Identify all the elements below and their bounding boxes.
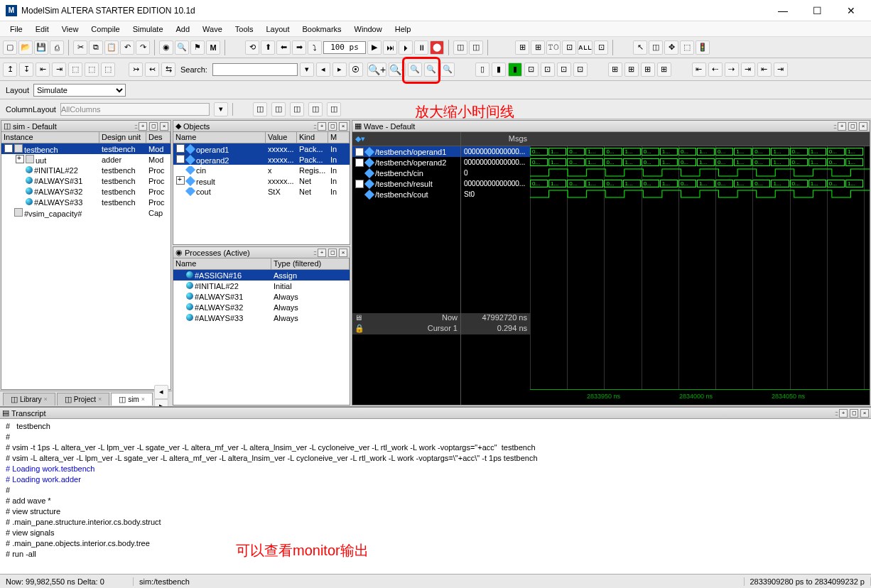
t2-q[interactable]: ⊡ [573, 62, 588, 77]
cl-b[interactable]: ◫ [271, 102, 286, 116]
wave-signal-name[interactable]: /testbench/cin [352, 168, 460, 178]
t2-c[interactable]: ⇤ [36, 62, 50, 77]
transcript-body[interactable]: # testbench## vsim -t 1ps -L altera_ver … [0, 419, 871, 574]
move-icon[interactable]: ✥ [664, 40, 678, 55]
t2-w[interactable]: ⇠ [708, 62, 723, 77]
wave-format-icon[interactable]: ◆▾ [355, 134, 365, 143]
panel-max-button[interactable]: ◻ [328, 122, 337, 131]
menu-edit[interactable]: Edit [30, 23, 55, 35]
print-button[interactable]: ⎙ [50, 40, 64, 55]
sim-row[interactable]: #ALWAYS#31testbenchProc [1, 175, 171, 186]
t2-z[interactable]: ⇤ [757, 62, 772, 77]
t2-s[interactable]: ⊞ [624, 62, 639, 77]
panel-pin-button[interactable]: + [838, 122, 846, 131]
undo-button[interactable]: ↶ [120, 40, 134, 55]
process-row[interactable]: #ALWAYS#31Always [173, 291, 350, 302]
t2-d[interactable]: ⇥ [52, 62, 66, 77]
t2-v[interactable]: ⇤ [692, 62, 706, 77]
search-prev-button[interactable]: ◂ [316, 62, 330, 77]
tb1-h[interactable]: ⊡ [594, 40, 608, 55]
t2-aa[interactable]: ⇥ [774, 62, 788, 77]
menu-wave[interactable]: Wave [197, 23, 228, 35]
wave-signal-name[interactable]: /testbench/operand1 [352, 146, 460, 157]
zoom-out-button[interactable]: 🔍- [389, 62, 406, 77]
minimize-button[interactable]: — [769, 2, 797, 19]
run-button[interactable]: ▶ [367, 40, 382, 55]
wave-signal-name[interactable]: /testbench/cout [352, 189, 460, 200]
menu-file[interactable]: File [4, 23, 28, 35]
process-row[interactable]: #ALWAYS#33Always [173, 312, 350, 323]
open-button[interactable]: 📂 [18, 40, 33, 55]
t2-t[interactable]: ⊞ [641, 62, 655, 77]
tb1-a[interactable]: ◫ [453, 40, 467, 55]
panel-grip-icon[interactable]: :::::: [835, 410, 837, 417]
step-fwd-button[interactable]: ➡ [292, 40, 306, 55]
layout-select[interactable]: Simulate [33, 84, 126, 97]
panel-max-button[interactable]: ◻ [848, 122, 857, 131]
stop-button[interactable]: ⬤ [430, 40, 444, 55]
sim-column-header[interactable]: Instance Design unit Des [1, 132, 171, 143]
objects-row[interactable]: coutStXNetIn [173, 186, 350, 197]
objects-tree[interactable]: operand1xxxxx...Pack...Inoperand2xxxxx..… [173, 143, 350, 244]
t2-p[interactable]: ⊡ [557, 62, 571, 77]
process-row[interactable]: #INITIAL#22Initial [173, 281, 350, 291]
sim-row[interactable]: #ALWAYS#32testbenchProc [1, 186, 171, 197]
tab-sim[interactable]: ◫ sim × [111, 393, 153, 405]
panel-grip-icon[interactable]: :::::: [833, 123, 835, 130]
cl-d[interactable]: ◫ [308, 102, 323, 116]
objects-row[interactable]: operand2xxxxx...Pack...In [173, 154, 350, 165]
save-button[interactable]: 💾 [34, 40, 48, 55]
t2-y[interactable]: ⇥ [741, 62, 755, 77]
search-input[interactable] [212, 63, 298, 76]
panel-close-button[interactable]: × [160, 122, 168, 131]
cursor-icon[interactable]: ↖ [633, 40, 647, 55]
traffic-icon[interactable]: 🚦 [696, 40, 710, 55]
zoom-cursor-button[interactable]: 🔍 [424, 62, 438, 77]
select-icon[interactable]: ◫ [649, 40, 663, 55]
msim-button[interactable]: M [206, 40, 220, 55]
search-all-button[interactable]: ⦿ [349, 62, 363, 77]
run-length-input[interactable] [323, 41, 366, 54]
objects-column-header[interactable]: Name Value Kind M [173, 132, 350, 143]
cl-a[interactable]: ◫ [253, 102, 267, 116]
t2-h[interactable]: ↣ [129, 62, 143, 77]
compile-button[interactable]: ◉ [159, 40, 173, 55]
panel-max-button[interactable]: ◻ [328, 249, 337, 257]
run-all-button[interactable]: ⏭ [383, 40, 397, 55]
restart-button[interactable]: ⟲ [245, 40, 259, 55]
column-layout-input[interactable] [60, 103, 210, 116]
t2-f[interactable]: ⬚ [85, 62, 99, 77]
menu-tools[interactable]: Tools [229, 23, 259, 35]
close-button[interactable]: ✕ [837, 2, 865, 19]
panel-max-button[interactable]: ◻ [850, 409, 858, 418]
step-up-button[interactable]: ⬆ [261, 40, 275, 55]
tb1-c[interactable]: ⊞ [515, 40, 529, 55]
wave-signal-names[interactable]: ◆▾ /testbench/operand1/testbench/operand… [352, 132, 460, 405]
sim-row[interactable]: #ALWAYS#33testbenchProc [1, 197, 171, 207]
t2-g[interactable]: ⬚ [101, 62, 115, 77]
cl-c[interactable]: ◫ [290, 102, 304, 116]
panel-max-button[interactable]: ◻ [149, 122, 158, 131]
sim-row[interactable]: uutadderMod [1, 154, 171, 165]
redo-button[interactable]: ↷ [136, 40, 150, 55]
objects-row[interactable]: resultxxxxx...NetIn [173, 175, 350, 186]
menu-simulate[interactable]: Simulate [127, 23, 169, 35]
sim-row[interactable]: testbenchtestbenchMod [1, 143, 171, 154]
t2-l[interactable]: ▮ [492, 62, 506, 77]
objects-row[interactable]: operand1xxxxx...Pack...In [173, 143, 350, 154]
menu-view[interactable]: View [56, 23, 85, 35]
t2-j[interactable]: ⇆ [161, 62, 175, 77]
break-button[interactable]: ⏸ [414, 40, 428, 55]
panel-pin-button[interactable]: + [318, 122, 326, 131]
search-dropdown-icon[interactable]: ▾ [300, 62, 314, 77]
t2-x[interactable]: ⇢ [725, 62, 739, 77]
objects-row[interactable]: cinxRegis...In [173, 165, 350, 175]
wave-signal-name[interactable]: /testbench/operand2 [352, 157, 460, 168]
t2-m[interactable]: ▮ [508, 62, 522, 77]
columnlayout-dropdown-icon[interactable]: ▾ [214, 102, 228, 116]
menu-compile[interactable]: Compile [85, 23, 125, 35]
sim-row[interactable]: #vsim_capacity#Cap [1, 207, 171, 218]
wave-plot[interactable]: 0...1...0...1...0...1...0...1...0...1...… [530, 132, 870, 405]
find-button[interactable]: 🔍 [175, 40, 189, 55]
t2-r[interactable]: ⊞ [608, 62, 622, 77]
